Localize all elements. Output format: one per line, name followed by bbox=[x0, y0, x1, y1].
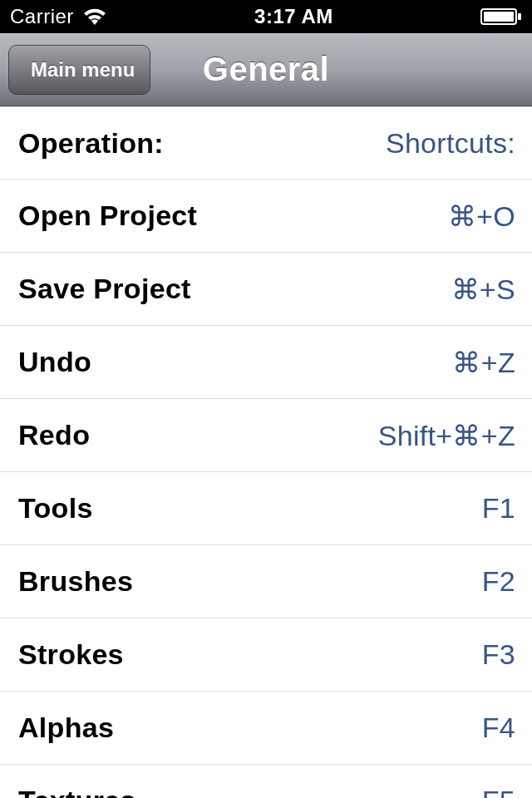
shortcut-value: ⌘+O bbox=[448, 200, 515, 233]
list-item[interactable]: Textures F5 bbox=[0, 765, 532, 798]
back-button-label: Main menu bbox=[31, 58, 135, 81]
status-left: Carrier bbox=[10, 5, 107, 28]
shortcut-value: ⌘+Z bbox=[452, 346, 515, 379]
shortcuts-header: Shortcuts: bbox=[386, 127, 515, 160]
header-row: Operation: Shortcuts: bbox=[0, 106, 532, 180]
list-item[interactable]: Redo Shift+⌘+Z bbox=[0, 399, 532, 472]
svg-rect-2 bbox=[518, 13, 521, 20]
operation-label: Alphas bbox=[18, 712, 114, 744]
list-item[interactable]: Save Project ⌘+S bbox=[0, 253, 532, 326]
carrier-label: Carrier bbox=[10, 5, 74, 28]
nav-bar: Main menu General bbox=[0, 33, 532, 106]
shortcut-value: F3 bbox=[482, 638, 515, 671]
list-item[interactable]: Alphas F4 bbox=[0, 692, 532, 765]
operation-label: Save Project bbox=[18, 273, 191, 305]
list-item[interactable]: Brushes F2 bbox=[0, 545, 532, 618]
operation-label: Redo bbox=[18, 419, 90, 451]
operation-label: Open Project bbox=[18, 200, 197, 232]
list-item[interactable]: Strokes F3 bbox=[0, 618, 532, 692]
list-item[interactable]: Tools F1 bbox=[0, 472, 532, 545]
battery-icon bbox=[480, 7, 522, 26]
list-item[interactable]: Undo ⌘+Z bbox=[0, 326, 532, 399]
shortcut-value: F4 bbox=[482, 712, 515, 744]
back-button[interactable]: Main menu bbox=[8, 45, 150, 95]
shortcut-value: F5 bbox=[482, 785, 515, 798]
operation-label: Undo bbox=[18, 346, 91, 378]
list-item[interactable]: Open Project ⌘+O bbox=[0, 180, 532, 253]
wifi-icon bbox=[82, 7, 107, 26]
operation-label: Brushes bbox=[18, 565, 133, 598]
status-bar: Carrier 3:17 AM bbox=[0, 0, 532, 33]
shortcuts-list: Operation: Shortcuts: Open Project ⌘+O S… bbox=[0, 106, 532, 798]
operation-label: Textures bbox=[18, 785, 136, 798]
operation-header: Operation: bbox=[18, 127, 164, 160]
shortcut-value: ⌘+S bbox=[451, 273, 515, 306]
shortcut-value: Shift+⌘+Z bbox=[378, 419, 515, 452]
operation-label: Strokes bbox=[18, 638, 124, 671]
operation-label: Tools bbox=[18, 492, 93, 525]
shortcut-value: F1 bbox=[482, 492, 515, 525]
shortcut-value: F2 bbox=[482, 565, 515, 598]
svg-rect-1 bbox=[484, 12, 514, 22]
status-time: 3:17 AM bbox=[254, 5, 333, 28]
